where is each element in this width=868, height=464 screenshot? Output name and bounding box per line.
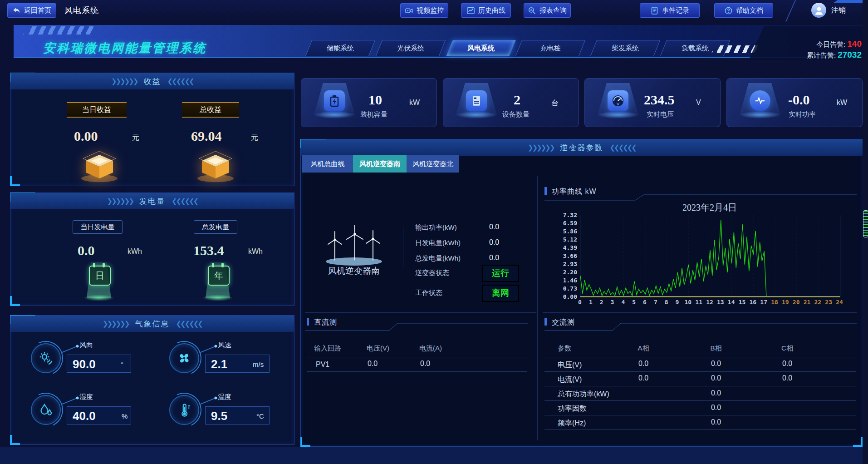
event-log-button[interactable]: 事件记录 (640, 3, 700, 18)
output-power-label: 输出功率(kW) (415, 223, 457, 232)
wind-speed-value: 2.1 (211, 357, 227, 371)
voltmeter-icon: V (608, 90, 628, 111)
table-line (307, 371, 527, 372)
today-alerts-label: 今日告警: (816, 40, 845, 48)
table-line (544, 386, 856, 386)
avatar[interactable] (811, 3, 826, 18)
kpi-unit: V (696, 99, 701, 107)
ac-row-label: 功率因数 (558, 404, 587, 414)
chevrons-right-icon: ❯❯❯❯❯❯ (528, 143, 554, 152)
daily-revenue-unit: 元 (132, 133, 139, 143)
total-revenue-unit: 元 (251, 133, 258, 143)
dc-row-voltage: 0.0 (368, 360, 378, 368)
tab-label: 柴发系统 (612, 44, 639, 52)
report-query-label: 报表查询 (539, 6, 567, 15)
corner-accent (300, 437, 310, 447)
kpi-value: 2 (514, 92, 520, 108)
power-wave-icon (750, 90, 770, 111)
ac-cell: 0.0 (707, 418, 725, 426)
x-tick: 0 (575, 299, 585, 306)
help-doc-label: 帮助文档 (736, 6, 763, 15)
back-home-button[interactable]: 返回首页 (7, 3, 56, 18)
ac-cell: 0.0 (634, 360, 652, 368)
kpi-unit: kW (837, 99, 847, 107)
table-line (544, 429, 856, 430)
chevrons-right-icon: ❯❯❯❯❯❯ (103, 320, 128, 328)
gold-box-icon (194, 148, 237, 183)
daily-generation-label: 当日发电量 (73, 220, 123, 234)
tab-label: 储能系统 (327, 44, 354, 52)
tab-pv-system[interactable]: 光伏系统 (379, 40, 442, 56)
kpi-device-count: 2 台 设备数量 (443, 78, 579, 127)
x-tick: 10 (683, 299, 693, 306)
hazard-stripes-left (23, 26, 98, 35)
topbar-divider (785, 0, 796, 22)
daily-generation-unit: kWh (128, 247, 142, 256)
divider (543, 312, 857, 313)
tab-turbine-inverter-north[interactable]: 风机逆变器北 (407, 155, 459, 173)
humidity-icon (31, 395, 61, 425)
total-energy-label: 总发电量(kWh) (415, 254, 461, 263)
x-tick: 2 (597, 299, 607, 306)
ac-cell: 0.0 (707, 389, 725, 397)
temperature-icon (169, 395, 199, 425)
table-line (544, 357, 856, 357)
history-curve-button[interactable]: 历史曲线 (461, 3, 511, 18)
wind-direction-display: 90.0 ° (67, 355, 131, 373)
x-tick: 4 (618, 299, 628, 306)
device-name: 风机逆变器南 (313, 265, 395, 277)
x-tick: 3 (608, 299, 618, 306)
dc-row-name: PV1 (316, 360, 329, 369)
help-doc-button[interactable]: 帮助文档 (714, 3, 773, 18)
kpi-label: 设备数量 (502, 110, 530, 119)
tab-turbine-inverter-south[interactable]: 风机逆变器南 (353, 155, 407, 173)
x-tick: 1 (586, 299, 596, 306)
user-icon (813, 5, 825, 16)
svg-text:V: V (617, 101, 620, 106)
scrollbar-thumb[interactable] (863, 210, 868, 237)
device-icon (466, 90, 487, 111)
revenue-panel-title: 收益 (144, 76, 161, 87)
video-monitor-label: 视频监控 (417, 6, 444, 15)
chart-x-axis: 0123456789101112131415161718192021222324 (580, 299, 839, 307)
ac-cell: 0.0 (778, 360, 796, 368)
glow (739, 111, 781, 118)
tab-label: 风电系统 (467, 44, 495, 52)
y-tick: 4.39 (563, 244, 577, 251)
connector-line (199, 398, 216, 405)
tab-wind-system[interactable]: 风电系统 (449, 40, 513, 56)
dc-col-current: 电流(A) (419, 344, 442, 353)
tab-storage-system[interactable]: 储能系统 (309, 40, 372, 56)
ac-col-b: B相 (707, 344, 725, 353)
tab-diesel-system[interactable]: 柴发系统 (593, 40, 657, 56)
video-monitor-button[interactable]: 视频监控 (400, 3, 448, 18)
humidity-value: 40.0 (73, 409, 96, 423)
chevrons-left-icon: ❮❮❮❮❮❮ (610, 143, 636, 152)
output-power-value: 0.0 (489, 223, 499, 231)
wind-direction-unit: ° (121, 360, 123, 368)
y-tick: 5.86 (563, 228, 577, 235)
report-query-button[interactable]: 报表查询 (524, 3, 571, 18)
today-alerts-value: 140 (847, 39, 862, 49)
y-tick: 1.46 (563, 277, 577, 284)
ac-row-label: 电流(V) (558, 375, 582, 385)
x-tick: 8 (662, 299, 672, 306)
x-tick: 22 (813, 299, 823, 306)
daily-calendar-icon: 日 (83, 259, 115, 303)
history-curve-icon (466, 6, 475, 15)
work-state-label: 工作状态 (415, 289, 442, 297)
chevrons-left-icon: ❮❮❮❮❮❮ (176, 320, 202, 328)
power-curve-chart (580, 215, 840, 297)
table-line (307, 388, 527, 388)
logout-link[interactable]: 注销 (831, 6, 846, 15)
tab-charging-pile[interactable]: 充电桩 (519, 40, 582, 56)
kpi-installed-capacity: 10 kW 装机容量 (301, 78, 437, 127)
x-tick: 5 (629, 299, 639, 306)
chevrons-right-icon: ❯❯❯❯❯❯ (111, 77, 137, 85)
total-revenue-label: 总收益 (182, 102, 239, 118)
connector-line (61, 346, 77, 353)
temperature-label: 温度 (218, 393, 231, 401)
history-curve-label: 历史曲线 (478, 6, 505, 15)
tab-turbine-total-curve[interactable]: 风机总曲线 (302, 155, 353, 173)
x-tick: 11 (694, 299, 704, 306)
